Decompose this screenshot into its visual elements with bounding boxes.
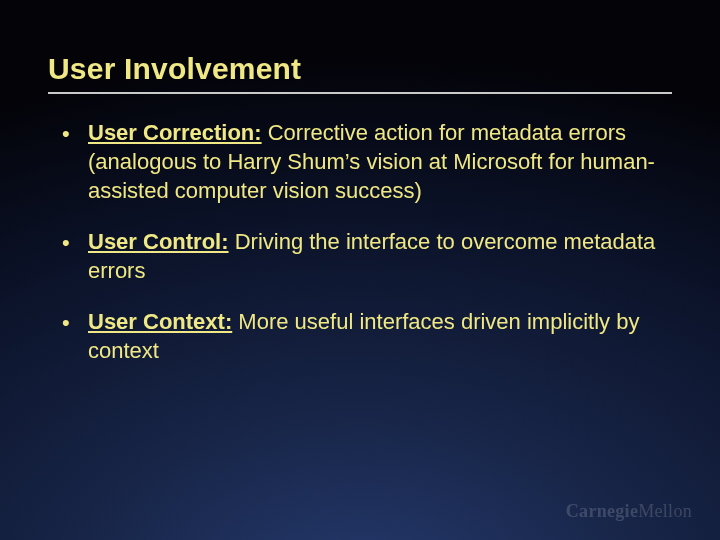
title-underline — [48, 92, 672, 94]
bullet-key: User Correction: — [88, 120, 262, 145]
bullet-key: User Context: — [88, 309, 232, 334]
bullet-text: User Context: More useful interfaces dri… — [88, 307, 660, 365]
bullet-item: • User Context: More useful interfaces d… — [62, 307, 660, 365]
bullet-marker: • — [62, 227, 88, 257]
bullet-item: • User Control: Driving the interface to… — [62, 227, 660, 285]
wordmark-b: Mellon — [638, 501, 692, 521]
slide-body: • User Correction: Corrective action for… — [62, 118, 660, 387]
wordmark: CarnegieMellon — [566, 501, 692, 522]
bullet-key: User Control: — [88, 229, 229, 254]
slide: User Involvement • User Correction: Corr… — [0, 0, 720, 540]
bullet-text: User Correction: Corrective action for m… — [88, 118, 660, 205]
bullet-marker: • — [62, 118, 88, 148]
wordmark-a: Carnegie — [566, 501, 638, 521]
slide-title: User Involvement — [48, 52, 301, 86]
bullet-item: • User Correction: Corrective action for… — [62, 118, 660, 205]
bullet-text: User Control: Driving the interface to o… — [88, 227, 660, 285]
bullet-marker: • — [62, 307, 88, 337]
